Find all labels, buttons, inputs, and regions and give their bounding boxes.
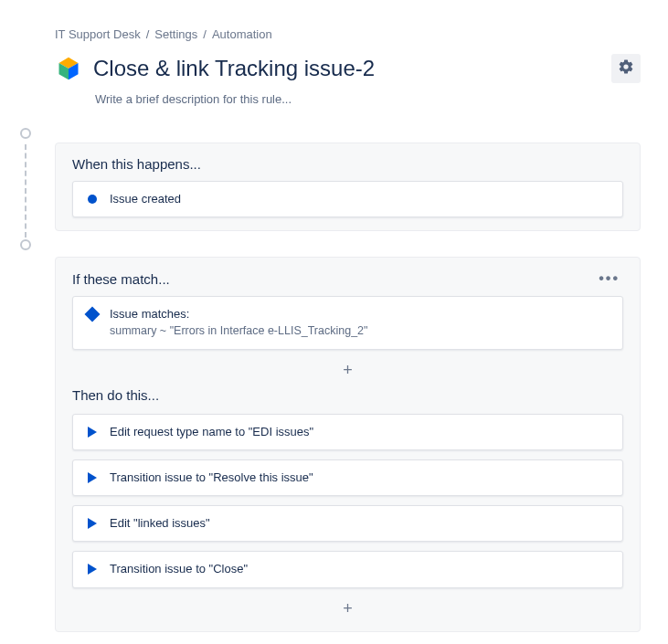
add-action-button[interactable]: + [72,597,623,618]
trigger-card[interactable]: Issue created [72,181,623,217]
action-card-4[interactable]: Transition issue to "Close" [72,551,623,587]
when-title: When this happens... [72,156,201,172]
condition-label: Issue matches: [110,307,189,321]
trigger-label: Issue created [110,191,181,207]
if-section: If these match... ••• Issue matches: sum… [55,257,641,631]
condition-card[interactable]: Issue matches: summary ~ "Errors in Inte… [72,296,623,350]
play-icon [86,426,99,438]
circle-icon [86,193,99,206]
action-label-2: Transition issue to "Resolve this issue" [110,470,313,486]
action-label-3: Edit "linked issues" [110,515,210,532]
breadcrumb-settings[interactable]: Settings [154,27,197,41]
if-title: If these match... [72,271,170,287]
condition-text: Issue matches: summary ~ "Errors in Inte… [110,306,367,340]
when-section: When this happens... Issue created [55,143,641,231]
action-label-4: Transition issue to "Close" [110,561,248,577]
play-icon [86,563,99,575]
rule-settings-button[interactable] [611,54,641,83]
if-more-button[interactable]: ••• [595,270,623,287]
add-condition-button[interactable]: + [72,359,623,380]
action-card-1[interactable]: Edit request type name to "EDI issues" [72,414,623,450]
rule-description[interactable]: Write a brief description for this rule.… [95,92,641,106]
diamond-icon [86,308,99,321]
condition-detail: summary ~ "Errors in Interface e-LLIS_Tr… [110,324,367,337]
rule-cube-icon [55,55,82,82]
then-title: Then do this... [72,387,623,403]
breadcrumb: IT Support Desk / Settings / Automation [55,27,641,41]
breadcrumb-sep: / [203,27,207,41]
action-label-1: Edit request type name to "EDI issues" [110,424,313,440]
gear-icon [618,58,634,79]
breadcrumb-project[interactable]: IT Support Desk [55,27,141,41]
action-card-2[interactable]: Transition issue to "Resolve this issue" [72,459,623,496]
rule-title[interactable]: Close & link Tracking issue-2 [93,56,600,81]
breadcrumb-sep: / [146,27,150,41]
breadcrumb-automation[interactable]: Automation [212,27,272,41]
action-card-3[interactable]: Edit "linked issues" [72,505,623,542]
title-row: Close & link Tracking issue-2 [55,54,641,83]
play-icon [86,471,99,484]
play-icon [86,517,99,530]
